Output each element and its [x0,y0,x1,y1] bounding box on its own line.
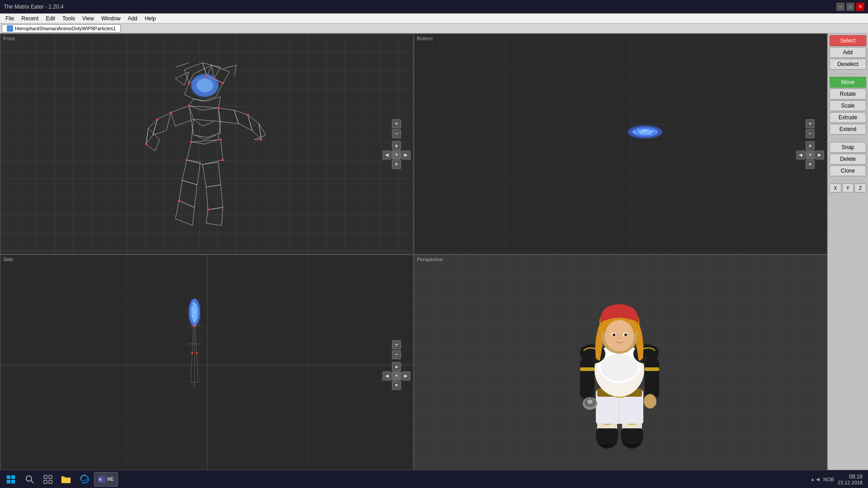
menu-edit[interactable]: Edit [42,14,59,23]
snap-button[interactable]: Snap [830,142,866,153]
svg-point-86 [196,352,198,354]
nav-right-side[interactable]: ▶ [401,371,410,380]
viewport-bottom[interactable]: Bottom [414,33,827,254]
nav-up-bottom[interactable]: ▲ [806,141,815,150]
right-panel: Select Add Deselect ---------- Move Rota… [827,33,868,475]
nav-left-bottom[interactable]: ◀ [796,150,805,160]
svg-text:M: M [99,478,102,482]
bottom-grid [414,34,827,254]
edge-button[interactable] [76,472,92,487]
zoom-out-side[interactable]: − [392,350,401,359]
title-text: The Matrix Eater - 1.20.4 [4,4,64,10]
svg-point-128 [26,476,32,481]
tab-bar: HierophantShamanAnimsOnlyWIP8Particles1 [0,23,868,33]
start-button[interactable] [2,472,20,487]
svg-point-63 [636,133,637,134]
search-button[interactable] [22,472,38,487]
svg-point-71 [195,305,196,306]
axis-x-button[interactable]: X [830,183,841,192]
viewport-perspective[interactable]: Perspective [414,254,827,475]
svg-point-55 [638,129,639,131]
rotate-button[interactable]: Rotate [830,89,866,99]
nav-center-side[interactable]: ✦ [392,371,401,380]
zoom-out-front[interactable]: − [392,129,401,138]
menu-recent[interactable]: Recent [18,14,42,23]
tab-icon [7,25,13,32]
separator-3: ---------- [830,177,866,183]
front-grid [0,34,413,254]
axis-buttons: X Y Z [830,183,866,192]
nav-up-side[interactable]: ▲ [392,362,401,371]
menu-file[interactable]: File [2,14,18,23]
nav-left-side[interactable]: ◀ [382,371,392,380]
nav-up-front[interactable]: ▲ [392,141,401,150]
svg-point-56 [642,130,644,132]
date-display: 23.12.2018 [838,480,863,485]
menu-window[interactable]: Window [98,14,124,23]
nav-front: ▲ ◀ ✦ ▶ ▼ [382,141,410,169]
svg-rect-127 [11,480,15,483]
nav-bottom: ▲ ◀ ✦ ▶ ▼ [796,141,824,169]
side-vertical-line [207,255,208,475]
menu-bar: File Recent Edit Tools View Window Add H… [0,14,868,23]
maximize-button[interactable]: □ [846,3,854,11]
axis-y-button[interactable]: Y [842,183,854,192]
svg-line-80 [191,353,192,382]
file-explorer-button[interactable] [58,472,74,487]
perspective-grid [414,255,827,475]
menu-add[interactable]: Add [124,14,141,23]
svg-point-73 [196,310,198,311]
task-view-button[interactable] [40,472,56,487]
matrix-eater-taskbar[interactable]: M ME [94,472,118,487]
svg-point-60 [640,133,642,134]
select-button[interactable]: Select [830,35,866,46]
nav-down-bottom[interactable]: ▼ [806,160,815,169]
window-controls: ─ □ ✕ [836,3,864,11]
svg-point-72 [191,308,193,310]
extend-button[interactable]: Extend [830,124,866,135]
clock: 08:18 23.12.2018 [838,474,863,485]
nav-down-front[interactable]: ▼ [392,160,401,169]
minimize-button[interactable]: ─ [836,3,844,11]
nav-right-bottom[interactable]: ▶ [815,150,824,160]
extrude-button[interactable]: Extrude [830,112,866,123]
zoom-in-front[interactable]: + [392,119,401,128]
svg-point-58 [651,131,653,132]
svg-point-57 [647,130,648,131]
menu-tools[interactable]: Tools [59,14,79,23]
menu-view[interactable]: View [79,14,98,23]
nav-side: ▲ ◀ ✦ ▶ ▼ [382,362,410,390]
svg-line-81 [197,353,198,382]
deselect-button[interactable]: Deselect [830,59,866,70]
scale-button[interactable]: Scale [830,100,866,111]
svg-point-84 [194,325,196,327]
nav-down-side[interactable]: ▼ [392,381,401,390]
svg-rect-124 [7,475,10,479]
close-button[interactable]: ✕ [856,3,864,11]
viewport-side[interactable]: Side [0,254,414,475]
zoom-in-side[interactable]: + [392,340,401,349]
nav-right-front[interactable]: ▶ [401,150,410,160]
svg-point-59 [656,132,657,133]
svg-rect-132 [44,480,47,483]
menu-help[interactable]: Help [141,14,160,23]
svg-rect-126 [7,480,10,483]
svg-point-70 [193,302,194,304]
svg-point-64 [654,130,655,131]
nav-left-front[interactable]: ◀ [382,150,392,160]
add-button[interactable]: Add [830,47,866,58]
zoom-out-bottom[interactable]: − [806,129,815,138]
move-button[interactable]: Move [830,77,866,88]
viewport-front[interactable]: Front [0,33,414,254]
axis-z-button[interactable]: Z [854,183,866,192]
active-tab[interactable]: HierophantShamanAnimsOnlyWIP8Particles1 [2,24,121,33]
svg-point-61 [649,133,651,135]
svg-point-85 [191,352,193,354]
viewports: Front [0,33,827,475]
delete-button[interactable]: Delete [830,154,866,164]
nav-center-front[interactable]: ✦ [392,150,401,160]
clone-button[interactable]: Clone [830,165,866,176]
nav-center-bottom[interactable]: ✦ [806,150,815,160]
bottom-vp-controls-left: + − ▲ ◀ ✦ ▶ ▼ [796,119,824,169]
zoom-in-bottom[interactable]: + [806,119,815,128]
